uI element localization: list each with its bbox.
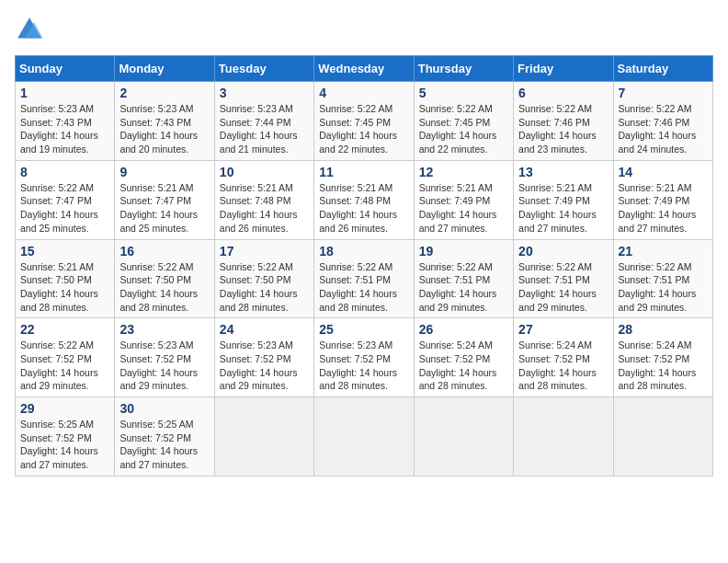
- day-info: Sunrise: 5:25 AMSunset: 7:52 PMDaylight:…: [20, 418, 109, 472]
- day-info: Sunrise: 5:23 AMSunset: 7:43 PMDaylight:…: [119, 102, 209, 156]
- table-row: 10Sunrise: 5:21 AMSunset: 7:48 PMDayligh…: [214, 160, 313, 239]
- table-row: 11Sunrise: 5:21 AMSunset: 7:48 PMDayligh…: [314, 160, 414, 239]
- day-info: Sunrise: 5:23 AMSunset: 7:52 PMDaylight:…: [220, 339, 309, 393]
- day-number: 3: [220, 86, 309, 100]
- empty-cell: [414, 397, 513, 477]
- day-number: 30: [119, 401, 209, 416]
- day-number: 27: [518, 322, 608, 337]
- day-info: Sunrise: 5:21 AMSunset: 7:48 PMDaylight:…: [319, 181, 408, 236]
- table-row: 24Sunrise: 5:23 AMSunset: 7:52 PMDayligh…: [214, 318, 313, 397]
- day-info: Sunrise: 5:24 AMSunset: 7:52 PMDaylight:…: [619, 339, 708, 393]
- table-row: 28Sunrise: 5:24 AMSunset: 7:52 PMDayligh…: [613, 318, 712, 397]
- empty-cell: [314, 397, 414, 477]
- empty-cell: [214, 397, 313, 477]
- table-row: 8Sunrise: 5:22 AMSunset: 7:47 PMDaylight…: [16, 160, 115, 239]
- calendar-table: SundayMondayTuesdayWednesdayThursdayFrid…: [15, 55, 713, 477]
- table-row: 16Sunrise: 5:22 AMSunset: 7:50 PMDayligh…: [115, 239, 214, 318]
- table-row: 14Sunrise: 5:21 AMSunset: 7:49 PMDayligh…: [613, 160, 712, 239]
- day-number: 6: [518, 86, 608, 100]
- day-number: 10: [220, 165, 309, 179]
- table-row: 6Sunrise: 5:22 AMSunset: 7:46 PMDaylight…: [514, 82, 613, 161]
- logo-icon: [15, 15, 44, 44]
- day-number: 1: [20, 86, 109, 100]
- day-info: Sunrise: 5:22 AMSunset: 7:46 PMDaylight:…: [518, 102, 608, 156]
- page-header: [15, 15, 713, 44]
- day-info: Sunrise: 5:23 AMSunset: 7:43 PMDaylight:…: [20, 102, 109, 156]
- calendar-week-row: 15Sunrise: 5:21 AMSunset: 7:50 PMDayligh…: [16, 239, 713, 318]
- table-row: 18Sunrise: 5:22 AMSunset: 7:51 PMDayligh…: [314, 239, 414, 318]
- day-number: 9: [119, 165, 209, 179]
- day-info: Sunrise: 5:25 AMSunset: 7:52 PMDaylight:…: [119, 418, 209, 472]
- header-row: SundayMondayTuesdayWednesdayThursdayFrid…: [16, 56, 713, 82]
- day-number: 7: [619, 86, 708, 100]
- table-row: 22Sunrise: 5:22 AMSunset: 7:52 PMDayligh…: [16, 318, 115, 397]
- day-number: 20: [518, 244, 608, 259]
- day-number: 28: [619, 322, 708, 337]
- day-number: 29: [20, 401, 109, 416]
- day-number: 17: [220, 244, 309, 259]
- day-info: Sunrise: 5:22 AMSunset: 7:45 PMDaylight:…: [419, 102, 508, 156]
- day-info: Sunrise: 5:22 AMSunset: 7:47 PMDaylight:…: [20, 181, 109, 236]
- table-row: 17Sunrise: 5:22 AMSunset: 7:50 PMDayligh…: [214, 239, 313, 318]
- day-number: 12: [419, 165, 508, 179]
- day-info: Sunrise: 5:22 AMSunset: 7:45 PMDaylight:…: [319, 102, 408, 156]
- day-number: 23: [119, 322, 209, 337]
- table-row: 5Sunrise: 5:22 AMSunset: 7:45 PMDaylight…: [414, 82, 513, 161]
- day-number: 14: [619, 165, 708, 179]
- day-info: Sunrise: 5:22 AMSunset: 7:51 PMDaylight:…: [518, 260, 608, 315]
- table-row: 25Sunrise: 5:23 AMSunset: 7:52 PMDayligh…: [314, 318, 414, 397]
- table-row: 3Sunrise: 5:23 AMSunset: 7:44 PMDaylight…: [214, 82, 313, 161]
- day-info: Sunrise: 5:24 AMSunset: 7:52 PMDaylight:…: [419, 339, 508, 393]
- table-row: 7Sunrise: 5:22 AMSunset: 7:46 PMDaylight…: [613, 82, 712, 161]
- day-number: 15: [20, 244, 109, 259]
- calendar-week-row: 8Sunrise: 5:22 AMSunset: 7:47 PMDaylight…: [16, 160, 713, 239]
- day-info: Sunrise: 5:22 AMSunset: 7:52 PMDaylight:…: [20, 339, 109, 393]
- table-row: 23Sunrise: 5:23 AMSunset: 7:52 PMDayligh…: [115, 318, 214, 397]
- day-info: Sunrise: 5:21 AMSunset: 7:49 PMDaylight:…: [419, 181, 508, 236]
- logo: [15, 15, 48, 44]
- day-info: Sunrise: 5:21 AMSunset: 7:49 PMDaylight:…: [518, 181, 608, 236]
- day-info: Sunrise: 5:21 AMSunset: 7:49 PMDaylight:…: [619, 181, 708, 236]
- day-number: 11: [319, 165, 408, 179]
- table-row: 15Sunrise: 5:21 AMSunset: 7:50 PMDayligh…: [16, 239, 115, 318]
- day-info: Sunrise: 5:22 AMSunset: 7:51 PMDaylight:…: [419, 260, 508, 315]
- day-number: 19: [419, 244, 508, 259]
- table-row: 9Sunrise: 5:21 AMSunset: 7:47 PMDaylight…: [115, 160, 214, 239]
- calendar-week-row: 22Sunrise: 5:22 AMSunset: 7:52 PMDayligh…: [16, 318, 713, 397]
- empty-cell: [514, 397, 613, 477]
- day-number: 8: [20, 165, 109, 179]
- day-number: 25: [319, 322, 408, 337]
- header-tuesday: Tuesday: [214, 56, 313, 82]
- day-number: 21: [619, 244, 708, 259]
- day-number: 18: [319, 244, 408, 259]
- table-row: 21Sunrise: 5:22 AMSunset: 7:51 PMDayligh…: [613, 239, 712, 318]
- day-info: Sunrise: 5:22 AMSunset: 7:46 PMDaylight:…: [619, 102, 708, 156]
- day-info: Sunrise: 5:24 AMSunset: 7:52 PMDaylight:…: [518, 339, 608, 393]
- header-wednesday: Wednesday: [314, 56, 414, 82]
- day-number: 26: [419, 322, 508, 337]
- day-info: Sunrise: 5:21 AMSunset: 7:50 PMDaylight:…: [20, 260, 109, 315]
- table-row: 13Sunrise: 5:21 AMSunset: 7:49 PMDayligh…: [514, 160, 613, 239]
- day-info: Sunrise: 5:22 AMSunset: 7:51 PMDaylight:…: [319, 260, 408, 315]
- header-thursday: Thursday: [414, 56, 513, 82]
- day-info: Sunrise: 5:23 AMSunset: 7:52 PMDaylight:…: [319, 339, 408, 393]
- calendar-week-row: 1Sunrise: 5:23 AMSunset: 7:43 PMDaylight…: [16, 82, 713, 161]
- header-friday: Friday: [514, 56, 613, 82]
- day-number: 24: [220, 322, 309, 337]
- header-saturday: Saturday: [613, 56, 712, 82]
- day-number: 22: [20, 322, 109, 337]
- empty-cell: [613, 397, 712, 477]
- day-info: Sunrise: 5:21 AMSunset: 7:48 PMDaylight:…: [220, 181, 309, 236]
- table-row: 4Sunrise: 5:22 AMSunset: 7:45 PMDaylight…: [314, 82, 414, 161]
- day-number: 2: [119, 86, 209, 100]
- day-info: Sunrise: 5:21 AMSunset: 7:47 PMDaylight:…: [119, 181, 209, 236]
- table-row: 30Sunrise: 5:25 AMSunset: 7:52 PMDayligh…: [115, 397, 214, 477]
- table-row: 19Sunrise: 5:22 AMSunset: 7:51 PMDayligh…: [414, 239, 513, 318]
- day-info: Sunrise: 5:22 AMSunset: 7:51 PMDaylight:…: [619, 260, 708, 315]
- table-row: 27Sunrise: 5:24 AMSunset: 7:52 PMDayligh…: [514, 318, 613, 397]
- table-row: 20Sunrise: 5:22 AMSunset: 7:51 PMDayligh…: [514, 239, 613, 318]
- day-info: Sunrise: 5:23 AMSunset: 7:52 PMDaylight:…: [119, 339, 209, 393]
- header-sunday: Sunday: [16, 56, 115, 82]
- header-monday: Monday: [115, 56, 214, 82]
- table-row: 2Sunrise: 5:23 AMSunset: 7:43 PMDaylight…: [115, 82, 214, 161]
